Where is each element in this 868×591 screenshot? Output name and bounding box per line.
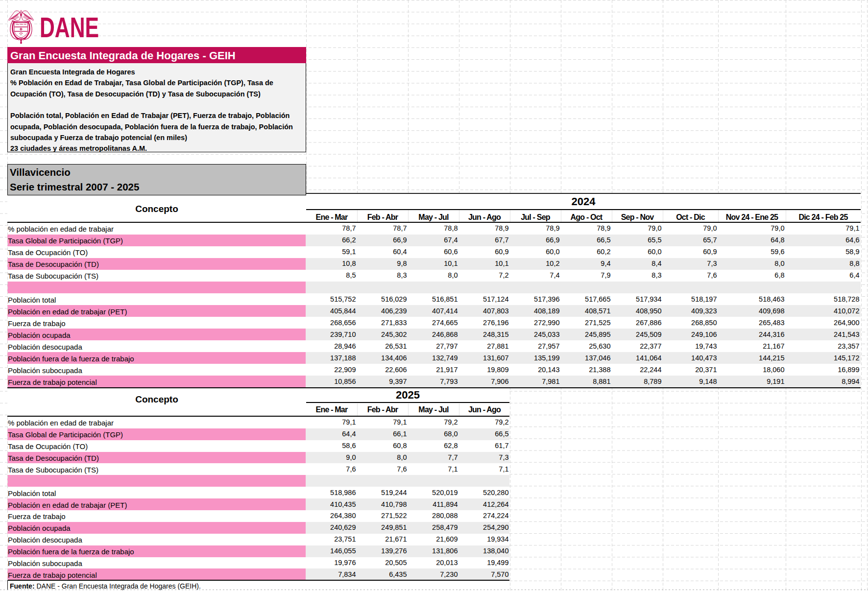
svg-text:DANE: DANE [40, 12, 99, 43]
